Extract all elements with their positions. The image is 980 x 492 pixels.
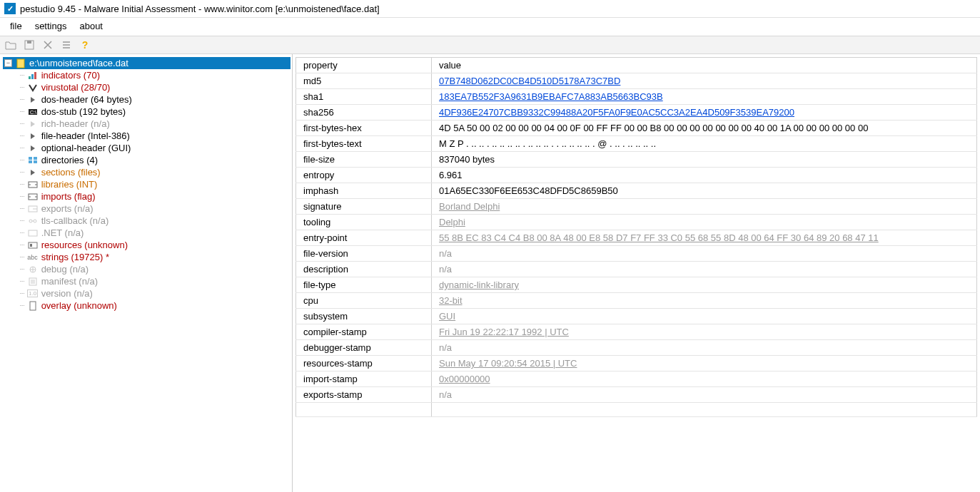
tree-item-label: strings (19725) * xyxy=(41,252,109,262)
prop-value: GUI xyxy=(432,309,977,324)
tree-item[interactable]: ┈1.0version (n/a) xyxy=(19,287,291,299)
svg-rect-1 xyxy=(27,41,31,43)
col-property[interactable]: property xyxy=(296,58,432,73)
tree-item[interactable]: ┈virustotal (28/70) xyxy=(19,81,291,93)
prop-value: 32-bit xyxy=(432,293,977,309)
tree-item[interactable]: ┈.NET (n/a) xyxy=(19,227,291,239)
svg-rect-9 xyxy=(29,160,32,163)
svg-text:C:\: C:\ xyxy=(30,110,36,115)
collapse-icon[interactable]: − xyxy=(4,59,12,67)
tree-connector-icon: ┈ xyxy=(20,277,24,286)
tree-item[interactable]: ┈abcstrings (19725) * xyxy=(19,251,291,263)
tree-root-label: e:\unmoistened\face.dat xyxy=(29,58,128,68)
table-row[interactable]: sha2564DF936E24707CBB9332C99488A20F5FA0F… xyxy=(296,105,977,121)
table-row[interactable]: file-size837040 bytes xyxy=(296,152,977,168)
property-table: property value md507B748D062DC0CB4D510D5… xyxy=(295,57,977,417)
tree-node-icon xyxy=(27,71,39,81)
menu-settings[interactable]: settings xyxy=(35,21,67,31)
table-row[interactable]: exports-stampn/a xyxy=(296,387,977,403)
tree-node-icon xyxy=(27,95,39,105)
tree-connector-icon: ┈ xyxy=(20,143,24,153)
tree-node-icon xyxy=(27,131,39,141)
svg-rect-10 xyxy=(34,157,37,160)
delete-icon[interactable] xyxy=(41,39,54,51)
table-row[interactable]: imphash01A65EC330F6EE653C48DFD5C8659B50 xyxy=(296,183,977,199)
prop-name: exports-stamp xyxy=(296,387,432,403)
svg-rect-19 xyxy=(30,244,32,247)
tree-item[interactable]: ┈file-header (Intel-386) xyxy=(19,130,291,142)
prop-value: 837040 bytes xyxy=(432,152,977,168)
tree-item-label: version (n/a) xyxy=(41,288,93,299)
prop-value: n/a xyxy=(432,340,977,356)
tree-connector-icon: ┈ xyxy=(20,240,24,250)
tree-node-icon xyxy=(27,83,39,93)
tree-item-label: resources (unknown) xyxy=(41,240,128,250)
save-icon[interactable] xyxy=(23,39,36,51)
tree-item-label: .NET (n/a) xyxy=(41,227,84,238)
table-row[interactable]: first-bytes-textM Z P . .. .. . .. .. ..… xyxy=(296,136,977,152)
window-title: pestudio 9.45 - Malware Initial Assessme… xyxy=(20,4,380,14)
tree-item[interactable]: ┈optional-header (GUI) xyxy=(19,142,291,154)
table-row[interactable]: toolingDelphi xyxy=(296,215,977,230)
prop-value: dynamic-link-library xyxy=(432,277,977,293)
tree-item[interactable]: ┈sections (files) xyxy=(19,166,291,178)
table-row[interactable]: file-versionn/a xyxy=(296,246,977,262)
tree-connector-icon: ┈ xyxy=(20,192,24,201)
list-icon[interactable] xyxy=(60,39,73,51)
tree-root[interactable]: − e:\unmoistened\face.dat xyxy=(3,57,291,69)
open-icon[interactable] xyxy=(4,39,17,51)
tree-item-label: dos-header (64 bytes) xyxy=(41,94,132,105)
table-row[interactable]: subsystemGUI xyxy=(296,309,977,324)
tree-node-icon xyxy=(27,180,39,190)
table-row[interactable]: signatureBorland Delphi xyxy=(296,199,977,215)
table-row[interactable]: first-bytes-hex4D 5A 50 00 02 00 00 00 0… xyxy=(296,121,977,136)
app-icon: ✓ xyxy=(4,3,16,14)
tree-item[interactable]: ┈tls-callback (n/a) xyxy=(19,215,291,227)
table-row[interactable]: resources-stampSun May 17 09:20:54 2015 … xyxy=(296,356,977,371)
table-row[interactable]: sha1183EA7B552F3A9631B9EBAFC7A883AB5663B… xyxy=(296,89,977,105)
tree-item-label: optional-header (GUI) xyxy=(41,143,131,153)
tree-item[interactable]: ┈resources (unknown) xyxy=(19,239,291,251)
toolbar: ? xyxy=(0,36,980,54)
tree-item[interactable]: ┈rich-header (n/a) xyxy=(19,118,291,130)
tree-item[interactable]: ┈manifest (n/a) xyxy=(19,275,291,287)
tree-connector-icon: ┈ xyxy=(20,155,24,165)
prop-value: 4DF936E24707CBB9332C99488A20F5FA0F9E0AC5… xyxy=(432,105,977,121)
table-row[interactable]: import-stamp0x00000000 xyxy=(296,371,977,387)
table-row[interactable]: compiler-stampFri Jun 19 22:22:17 1992 |… xyxy=(296,324,977,340)
tree-item[interactable]: ┈exports (n/a) xyxy=(19,203,291,215)
titlebar: ✓ pestudio 9.45 - Malware Initial Assess… xyxy=(0,0,980,18)
prop-name: import-stamp xyxy=(296,371,432,387)
help-icon[interactable]: ? xyxy=(79,39,91,51)
menu-about[interactable]: about xyxy=(79,21,103,31)
tree-node-icon xyxy=(27,301,39,311)
tree-item[interactable]: ┈C:\dos-stub (192 bytes) xyxy=(19,106,291,118)
tree-item[interactable]: ┈directories (4) xyxy=(19,154,291,166)
tree-item[interactable]: ┈dos-header (64 bytes) xyxy=(19,93,291,106)
svg-rect-18 xyxy=(29,242,37,248)
tree-item[interactable]: ┈overlay (unknown) xyxy=(19,299,291,312)
svg-rect-2 xyxy=(17,59,24,68)
prop-name: md5 xyxy=(296,73,432,89)
menu-file[interactable]: file xyxy=(10,21,22,31)
prop-name: imphash xyxy=(296,183,432,199)
prop-name: compiler-stamp xyxy=(296,324,432,340)
table-row[interactable]: file-typedynamic-link-library xyxy=(296,277,977,293)
table-row[interactable]: debugger-stampn/a xyxy=(296,340,977,356)
tree-item[interactable]: ┈debug (n/a) xyxy=(19,263,291,275)
detail-pane: property value md507B748D062DC0CB4D510D5… xyxy=(293,54,980,492)
table-row[interactable]: descriptionn/a xyxy=(296,262,977,277)
col-value[interactable]: value xyxy=(432,58,977,73)
tree-item-label: dos-stub (192 bytes) xyxy=(41,106,126,117)
table-row[interactable]: cpu32-bit xyxy=(296,293,977,309)
tree-item[interactable]: ┈libraries (INT) xyxy=(19,178,291,190)
svg-point-16 xyxy=(34,220,36,222)
table-row[interactable]: md507B748D062DC0CB4D510D5178A73C7BD xyxy=(296,73,977,89)
tree-pane: − e:\unmoistened\face.dat ┈indicators (7… xyxy=(0,54,293,492)
table-row[interactable]: entry-point55 8B EC 83 C4 C4 B8 00 8A 48… xyxy=(296,230,977,246)
tree-item[interactable]: ┈indicators (70) xyxy=(19,69,291,81)
tree-item[interactable]: ┈imports (flag) xyxy=(19,190,291,203)
prop-value: 183EA7B552F3A9631B9EBAFC7A883AB5663BC93B xyxy=(432,89,977,105)
prop-value: Delphi xyxy=(432,215,977,230)
table-row[interactable]: entropy6.961 xyxy=(296,168,977,183)
